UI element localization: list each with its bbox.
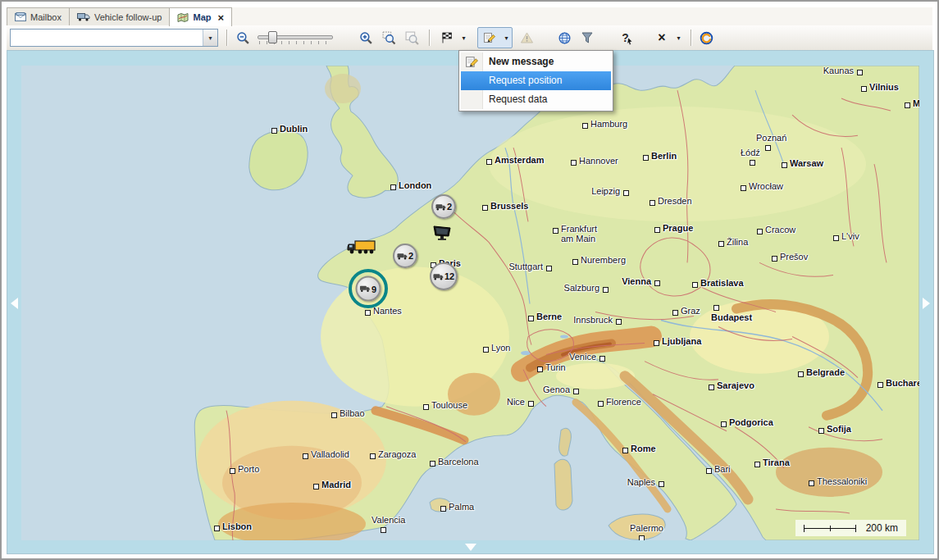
- pan-strip-left: [7, 66, 21, 540]
- toolbar-separator: [226, 30, 227, 46]
- city-square-icon: [709, 385, 714, 390]
- city-label: Stuttgart: [508, 262, 543, 271]
- zoom-slider-thumb[interactable]: [268, 31, 277, 43]
- city-label: Genoa: [543, 385, 570, 394]
- send-message-dropdown-arrow[interactable]: ▾: [501, 29, 512, 47]
- delete-button[interactable]: ×: [650, 27, 673, 48]
- monitor-vehicle-icon[interactable]: [432, 225, 452, 244]
- scale-label: 200 km: [866, 522, 898, 534]
- help-button[interactable]: ?: [615, 27, 638, 48]
- cluster-truck-icon: [435, 203, 446, 211]
- zoom-rectangle-button[interactable]: [377, 27, 400, 48]
- city-label: Bratislava: [700, 278, 744, 288]
- city-square-icon: [230, 468, 235, 474]
- search-input[interactable]: [11, 30, 203, 46]
- vehicle-cluster[interactable]: 2: [431, 194, 456, 219]
- zoom-out-button[interactable]: [231, 27, 254, 48]
- vehicle-cluster[interactable]: 12: [430, 262, 458, 290]
- map-canvas[interactable]: KaunasVilniusMinskDublinHamburgPoznańŁód…: [21, 66, 919, 540]
- city-label: Prague: [663, 223, 693, 233]
- city-label: Sofija: [827, 424, 851, 434]
- city-square-icon: [782, 162, 787, 168]
- city-square-icon: [713, 305, 719, 311]
- city-square-icon: [370, 453, 376, 459]
- city-label: Vienna: [622, 276, 651, 286]
- city-square-icon: [857, 70, 863, 75]
- city-label: Brussels: [490, 201, 528, 211]
- filter-button[interactable]: [576, 27, 599, 48]
- menu-item-label: New message: [489, 56, 554, 67]
- city-square-icon: [528, 401, 534, 407]
- pan-down-arrow[interactable]: [465, 544, 476, 551]
- city-square-icon: [482, 205, 488, 211]
- traffic-warning-button: [515, 27, 538, 48]
- search-combobox: ▾: [10, 29, 218, 47]
- close-tab-icon[interactable]: ×: [217, 12, 224, 23]
- poi-flag-button[interactable]: [435, 27, 458, 48]
- tab-map[interactable]: Map ×: [169, 7, 232, 26]
- city-label: Barcelona: [438, 457, 479, 467]
- vehicle-cluster[interactable]: 2: [393, 244, 417, 268]
- city-label: Žilina: [727, 237, 748, 247]
- globe-button[interactable]: [553, 27, 576, 48]
- city-square-icon: [861, 86, 867, 92]
- menu-item-label: Request position: [489, 75, 562, 86]
- help-icon: ?: [620, 31, 634, 45]
- city-square-icon: [572, 259, 578, 265]
- city-label: Nuremberg: [581, 255, 626, 265]
- city-square-icon: [573, 389, 579, 394]
- city-label: Palma: [449, 502, 474, 512]
- city-label: Warsaw: [790, 158, 823, 168]
- city-label: Dublin: [280, 124, 308, 134]
- city-label: Florence: [606, 397, 641, 407]
- zoom-full-extent-button: [400, 27, 423, 48]
- tab-mailbox[interactable]: Mailbox: [7, 7, 70, 25]
- tab-vehicle-follow-up[interactable]: Vehicle follow-up: [69, 7, 171, 25]
- vehicle-cluster[interactable]: 9: [356, 276, 381, 302]
- city-label: London: [399, 180, 431, 190]
- city-label: Prešov: [780, 252, 808, 262]
- vehicle-follow-up-icon: [77, 12, 90, 21]
- menu-item-label: Request data: [489, 93, 547, 105]
- city-label: Amsterdam: [495, 155, 545, 165]
- zoom-out-icon: [236, 31, 250, 45]
- cluster-count: 2: [447, 202, 452, 212]
- city-square-icon: [757, 229, 763, 234]
- city-square-icon: [659, 481, 664, 487]
- city-square-icon: [303, 453, 308, 459]
- city-square-icon: [599, 356, 605, 362]
- city-label: Ljubljana: [662, 336, 701, 346]
- combo-dropdown-button[interactable]: ▾: [203, 30, 217, 46]
- city-label: Salzburg: [564, 283, 599, 293]
- city-square-icon: [430, 461, 435, 467]
- city-label: Toulouse: [431, 400, 467, 410]
- menu-item-request-data[interactable]: Request data: [461, 90, 611, 109]
- pan-right-arrow[interactable]: [923, 298, 930, 309]
- truck-vehicle-icon[interactable]: [347, 239, 376, 258]
- tab-bar: Mailbox Vehicle follow-up Map ×: [7, 7, 932, 26]
- tab-label: Mailbox: [30, 12, 62, 22]
- cluster-truck-icon: [433, 273, 444, 280]
- city-square-icon: [486, 159, 492, 165]
- menu-item-request-position[interactable]: Request position: [461, 71, 611, 90]
- city-label: Dresden: [658, 196, 692, 206]
- city-label: Thessaloniki: [817, 476, 867, 486]
- city-label: Sarajevo: [717, 380, 754, 390]
- city-label: Minsk: [913, 98, 919, 108]
- city-square-icon: [754, 462, 760, 467]
- zoom-slider: [256, 29, 335, 47]
- delete-dropdown-arrow[interactable]: ▾: [673, 29, 684, 47]
- menu-item-new-message[interactable]: New message: [461, 52, 611, 71]
- city-square-icon: [271, 128, 277, 134]
- pan-left-arrow[interactable]: [11, 298, 18, 309]
- city-label: Hannover: [579, 156, 618, 166]
- poi-flag-dropdown-arrow[interactable]: ▾: [458, 29, 469, 47]
- city-label: Graz: [681, 306, 700, 316]
- send-message-button[interactable]: [478, 27, 501, 48]
- checkered-flag-icon: [440, 31, 454, 44]
- city-label: Nice: [507, 397, 525, 407]
- city-square-icon: [365, 310, 371, 316]
- zoom-in-button[interactable]: [354, 27, 377, 48]
- online-services-button[interactable]: [695, 27, 718, 48]
- city-label: Cracow: [765, 225, 795, 234]
